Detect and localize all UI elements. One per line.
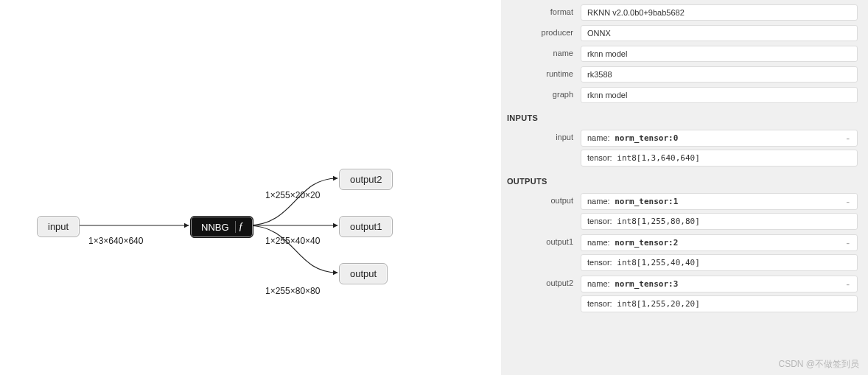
collapse-icon[interactable]: - — [845, 197, 851, 207]
prop-value[interactable]: ONNX — [581, 25, 858, 41]
edge-label-out2: 1×255×20×20 — [265, 190, 320, 200]
prop-label: graph — [507, 87, 581, 103]
prop-label: runtime — [507, 66, 581, 83]
prop-value[interactable]: rknn model — [581, 87, 858, 103]
node-input-label: input — [48, 221, 69, 232]
prop-row-format: format RKNN v2.0.0b0+9bab5682 — [507, 4, 858, 21]
node-input[interactable]: input — [37, 216, 80, 237]
io-label: output — [507, 193, 581, 230]
graph-edges — [0, 0, 501, 375]
function-icon: ƒ — [235, 221, 247, 233]
input-row-0: input name: norm_tensor:0 - tensor: int8… — [507, 130, 858, 167]
collapse-icon[interactable]: - — [845, 238, 851, 248]
edge-label-out: 1×255×80×80 — [265, 286, 320, 296]
io-tensor-line[interactable]: tensor: int8[1,3,640,640] — [581, 150, 858, 167]
io-label: output1 — [507, 234, 581, 271]
io-name-line[interactable]: name: norm_tensor:1 - — [581, 193, 858, 210]
edge-label-input: 1×3×640×640 — [88, 236, 143, 246]
graph-canvas[interactable]: input NNBG ƒ output2 output1 output 1×3×… — [0, 0, 501, 375]
prop-value[interactable]: RKNN v2.0.0b0+9bab5682 — [581, 4, 858, 21]
edge-label-out1: 1×255×40×40 — [265, 236, 320, 246]
collapse-icon[interactable]: - — [845, 279, 851, 290]
node-output2-label: output2 — [350, 174, 382, 185]
io-name-line[interactable]: name: norm_tensor:0 - — [581, 130, 858, 147]
collapse-icon[interactable]: - — [845, 133, 851, 144]
node-output[interactable]: output — [339, 263, 388, 284]
prop-value[interactable]: rk3588 — [581, 66, 858, 83]
prop-row-name: name rknn model — [507, 46, 858, 62]
node-output-label: output — [350, 268, 377, 279]
prop-value[interactable]: rknn model — [581, 46, 858, 62]
prop-row-producer: producer ONNX — [507, 25, 858, 41]
io-name-line[interactable]: name: norm_tensor:2 - — [581, 234, 858, 251]
io-tensor-line[interactable]: tensor: int8[1,255,40,40] — [581, 254, 858, 271]
node-nnbg-label: NNBG — [201, 222, 229, 233]
output-row-2: output2 name: norm_tensor:3 - tensor: in… — [507, 276, 858, 312]
io-name-line[interactable]: name: norm_tensor:3 - — [581, 276, 858, 292]
output-row-0: output name: norm_tensor:1 - tensor: int… — [507, 193, 858, 230]
node-output2[interactable]: output2 — [339, 169, 393, 190]
prop-label: name — [507, 46, 581, 62]
prop-label: format — [507, 4, 581, 21]
io-label: output2 — [507, 276, 581, 312]
output-row-1: output1 name: norm_tensor:2 - tensor: in… — [507, 234, 858, 271]
prop-row-runtime: runtime rk3588 — [507, 66, 858, 83]
prop-label: producer — [507, 25, 581, 41]
node-output1[interactable]: output1 — [339, 216, 393, 237]
section-inputs: INPUTS — [507, 113, 858, 122]
io-group: name: norm_tensor:3 - tensor: int8[1,255… — [581, 276, 858, 312]
io-group: name: norm_tensor:1 - tensor: int8[1,255… — [581, 193, 858, 230]
io-group: name: norm_tensor:0 - tensor: int8[1,3,6… — [581, 130, 858, 167]
io-group: name: norm_tensor:2 - tensor: int8[1,255… — [581, 234, 858, 271]
io-label: input — [507, 130, 581, 167]
prop-row-graph: graph rknn model — [507, 87, 858, 103]
io-tensor-line[interactable]: tensor: int8[1,255,20,20] — [581, 295, 858, 312]
io-tensor-line[interactable]: tensor: int8[1,255,80,80] — [581, 213, 858, 230]
section-outputs: OUTPUTS — [507, 177, 858, 186]
node-nnbg[interactable]: NNBG ƒ — [190, 216, 253, 238]
node-output1-label: output1 — [350, 221, 382, 232]
properties-panel[interactable]: format RKNN v2.0.0b0+9bab5682 producer O… — [501, 0, 868, 375]
